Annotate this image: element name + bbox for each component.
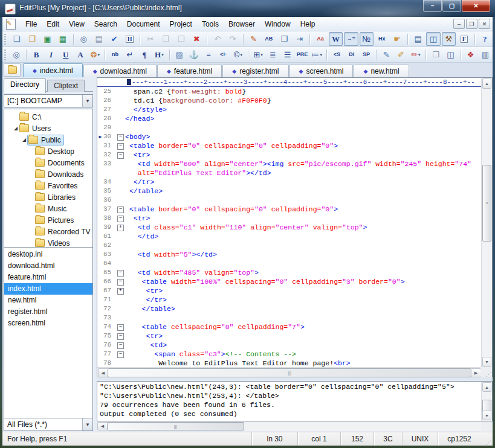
toggle-output-window-button[interactable]: ◫ <box>426 32 440 46</box>
tree-item-recorded-tv[interactable]: Recorded TV <box>4 226 92 237</box>
fold-collapse-icon[interactable]: − <box>117 206 124 213</box>
menu-window[interactable]: Window <box>260 18 296 30</box>
horizontal-rule-button[interactable]: = <box>202 48 215 62</box>
mdi-restore-button[interactable]: ❐ <box>466 19 477 29</box>
pre-tag-button[interactable]: PRE <box>296 48 309 62</box>
spell-check-button[interactable]: ✔ <box>107 32 121 46</box>
insert-table-button[interactable]: ⊞▾ <box>251 48 265 62</box>
tree-item-favorites[interactable]: Favorites <box>4 180 92 191</box>
function-list-button[interactable]: F <box>457 32 471 46</box>
tree-item-pictures[interactable]: Pictures <box>4 214 92 226</box>
folder-button[interactable] <box>4 63 21 77</box>
fold-collapse-icon[interactable]: − <box>117 351 124 358</box>
editor-horizontal-scrollbar[interactable]: ◀ ||| ▶ <box>97 367 482 378</box>
context-help-button[interactable]: ? <box>478 32 492 46</box>
new-document-button[interactable]: ❏ <box>10 32 24 46</box>
file-item-feature-html[interactable]: feature.html <box>4 272 92 283</box>
tab-feature-html[interactable]: ◆feature.html <box>157 65 222 77</box>
menu-search[interactable]: Search <box>89 18 122 30</box>
html-document-button[interactable]: H <box>123 32 137 46</box>
bold-button[interactable]: B <box>30 48 43 62</box>
scroll-thumb[interactable]: ≡ <box>482 165 491 242</box>
align-center-button[interactable]: ☰ <box>281 48 294 62</box>
fold-collapse-icon[interactable]: − <box>117 324 124 331</box>
line-break-button[interactable]: ↵ <box>123 48 137 62</box>
menu-project[interactable]: Project <box>165 18 197 30</box>
toolbar-grip[interactable] <box>4 50 6 60</box>
tree-item-downloads[interactable]: Downloads <box>4 168 92 180</box>
tab-register-html[interactable]: ◆register.html <box>222 65 288 77</box>
scroll-up-arrow[interactable]: ▲ <box>482 382 491 392</box>
open-file-button[interactable]: ❐ <box>25 32 39 46</box>
edit-template-button[interactable]: ✐ <box>394 48 407 62</box>
tabs-to-spaces-button[interactable]: →= <box>344 32 358 46</box>
resize-grip[interactable]: ⋰ <box>480 432 493 446</box>
menu-document[interactable]: Document <box>122 18 165 30</box>
edit-cliptext-button[interactable]: ✎ <box>380 48 393 62</box>
fold-collapse-icon[interactable]: − <box>117 342 124 349</box>
scroll-thumb[interactable]: ||| <box>107 422 244 430</box>
heading-button[interactable]: H▾ <box>152 48 166 62</box>
align-left-button[interactable]: ≣ <box>266 48 279 62</box>
fold-collapse-icon[interactable]: − <box>117 270 124 277</box>
mdi-minimize-button[interactable]: – <box>453 19 465 29</box>
document-list-button[interactable]: ❒ <box>277 32 291 46</box>
fold-collapse-icon[interactable]: − <box>117 143 124 150</box>
file-item-download-html[interactable]: download.html <box>4 260 92 272</box>
scroll-left-arrow[interactable]: ◀ <box>98 368 108 377</box>
span-tag-button[interactable]: SP <box>360 48 373 62</box>
expand-arrow-icon[interactable]: ◢ <box>13 126 19 131</box>
highlight-marker-button[interactable]: ✎ <box>247 32 260 46</box>
document-menu-icon[interactable] <box>6 19 16 30</box>
file-filter-select[interactable]: All Files (*.*) ▼ <box>4 418 93 431</box>
change-case-button[interactable]: Aa <box>313 32 327 46</box>
italic-button[interactable]: I <box>44 48 57 62</box>
fold-collapse-icon[interactable]: − <box>117 134 124 141</box>
tree-item-desktop[interactable]: Desktop <box>4 146 92 157</box>
delete-button[interactable]: ✖ <box>190 32 204 46</box>
output-vertical-scrollbar[interactable]: ▲ ▼ <box>481 382 492 421</box>
view-in-browser-button[interactable]: ◎ <box>10 48 23 62</box>
paragraph-button[interactable]: ¶ <box>138 48 151 62</box>
anchor-button[interactable]: ⚓ <box>187 48 201 62</box>
font-button[interactable]: A <box>74 48 87 62</box>
file-properties-button[interactable]: ☛ <box>390 32 404 46</box>
fold-collapse-icon[interactable]: − <box>117 152 124 159</box>
scroll-down-arrow[interactable]: ▼ <box>482 357 491 367</box>
tree-item-public[interactable]: ◢Public <box>4 134 92 146</box>
color-palette-button[interactable]: ❂▾ <box>88 48 102 62</box>
menu-help[interactable]: Help <box>296 18 320 30</box>
output-window[interactable]: "C:\Users\Public\new.html"(243,3): <tabl… <box>97 381 493 421</box>
menu-view[interactable]: View <box>64 18 89 30</box>
title-bar[interactable]: EditPlus [My Project] - [C:\Users\Public… <box>0 0 495 17</box>
save-all-button[interactable]: ▦ <box>56 32 70 46</box>
menu-browser[interactable]: Browser <box>224 18 260 30</box>
mdi-close-button[interactable]: ✕ <box>479 19 490 29</box>
underline-button[interactable]: U <box>59 48 73 62</box>
div-tag-button[interactable]: DI <box>345 48 358 62</box>
tree-item-documents[interactable]: Documents <box>4 157 92 168</box>
split-window-button[interactable]: ◫ <box>444 48 457 62</box>
scroll-left-arrow[interactable]: ◀ <box>97 422 108 430</box>
non-breaking-space-button[interactable]: nb <box>108 48 121 62</box>
scroll-down-arrow[interactable]: ▼ <box>482 411 491 420</box>
list-tag-button[interactable]: ≔▾ <box>310 48 323 62</box>
fold-expand-icon[interactable]: + <box>117 225 124 231</box>
file-item-new-html[interactable]: new.html <box>4 295 92 306</box>
line-numbers-button[interactable]: № <box>360 32 374 46</box>
word-wrap-button[interactable]: W <box>329 32 343 46</box>
display-colors-button[interactable]: ❖ <box>464 48 477 62</box>
special-character-button[interactable]: ©▾ <box>231 48 245 62</box>
panel-layout-button[interactable]: ▥ <box>479 48 492 62</box>
hex-viewer-button[interactable]: Hx <box>375 32 389 46</box>
fold-collapse-icon[interactable]: − <box>117 216 124 222</box>
minimize-button[interactable]: – <box>423 0 442 12</box>
tab-screen-html[interactable]: ◆screen.html <box>290 65 354 77</box>
scroll-thumb[interactable]: ||| <box>108 368 471 377</box>
editor-area[interactable]: ---+----1----+----2----+----3----+----4-… <box>97 77 493 379</box>
pencil-tools-button[interactable]: ✏▾ <box>409 48 422 62</box>
toggle-cliptext-button[interactable]: ▤ <box>411 32 425 46</box>
fold-collapse-icon[interactable]: − <box>117 333 124 340</box>
tree-item-users[interactable]: ◢Users <box>4 123 92 134</box>
drive-select[interactable]: [C:] BOOTCAMP ▼ <box>4 94 93 107</box>
